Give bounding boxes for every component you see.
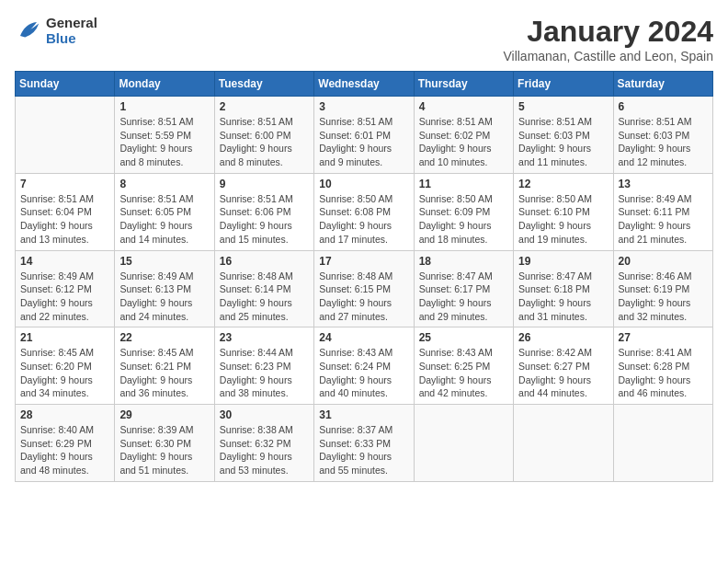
logo-icon [15, 17, 42, 44]
calendar-cell [514, 405, 613, 482]
header-wednesday: Wednesday [314, 72, 414, 97]
month-title: January 2024 [503, 15, 713, 49]
day-number: 22 [119, 331, 209, 344]
calendar-cell: 8Sunrise: 8:51 AM Sunset: 6:05 PM Daylig… [115, 173, 214, 250]
day-number: 27 [619, 331, 708, 344]
day-number: 2 [220, 100, 309, 113]
day-info: Sunrise: 8:47 AM Sunset: 6:17 PM Dayligh… [419, 270, 508, 324]
calendar-cell: 14Sunrise: 8:49 AM Sunset: 6:12 PM Dayli… [16, 250, 115, 327]
calendar-cell: 31Sunrise: 8:37 AM Sunset: 6:33 PM Dayli… [314, 405, 414, 482]
day-number: 14 [20, 255, 109, 268]
calendar-cell: 18Sunrise: 8:47 AM Sunset: 6:17 PM Dayli… [414, 250, 513, 327]
day-info: Sunrise: 8:51 AM Sunset: 6:05 PM Dayligh… [119, 192, 209, 247]
header-friday: Friday [514, 72, 613, 97]
day-number: 13 [619, 178, 708, 190]
calendar-cell: 28Sunrise: 8:40 AM Sunset: 6:29 PM Dayli… [16, 405, 115, 482]
day-info: Sunrise: 8:48 AM Sunset: 6:14 PM Dayligh… [220, 270, 309, 324]
day-number: 23 [220, 331, 309, 344]
calendar-cell: 1Sunrise: 8:51 AM Sunset: 5:59 PM Daylig… [115, 97, 214, 174]
day-info: Sunrise: 8:40 AM Sunset: 6:29 PM Dayligh… [20, 423, 109, 477]
day-info: Sunrise: 8:48 AM Sunset: 6:15 PM Dayligh… [319, 270, 408, 324]
day-info: Sunrise: 8:46 AM Sunset: 6:19 PM Dayligh… [619, 270, 708, 324]
day-info: Sunrise: 8:49 AM Sunset: 6:13 PM Dayligh… [119, 270, 209, 324]
calendar-cell: 15Sunrise: 8:49 AM Sunset: 6:13 PM Dayli… [115, 250, 214, 327]
calendar-cell: 5Sunrise: 8:51 AM Sunset: 6:03 PM Daylig… [514, 97, 613, 174]
day-number: 24 [319, 331, 408, 344]
calendar-cell: 9Sunrise: 8:51 AM Sunset: 6:06 PM Daylig… [214, 173, 313, 250]
day-number: 19 [518, 255, 608, 268]
day-number: 15 [119, 255, 209, 268]
logo: General Blue [15, 15, 97, 46]
calendar-cell: 16Sunrise: 8:48 AM Sunset: 6:14 PM Dayli… [214, 250, 313, 327]
day-info: Sunrise: 8:37 AM Sunset: 6:33 PM Dayligh… [319, 423, 408, 477]
day-number: 3 [319, 100, 408, 113]
calendar-cell: 22Sunrise: 8:45 AM Sunset: 6:21 PM Dayli… [115, 327, 214, 405]
day-number: 30 [220, 408, 309, 421]
day-number: 5 [518, 100, 608, 113]
day-info: Sunrise: 8:43 AM Sunset: 6:25 PM Dayligh… [419, 346, 508, 400]
day-number: 7 [20, 178, 109, 190]
calendar-cell: 3Sunrise: 8:51 AM Sunset: 6:01 PM Daylig… [314, 97, 414, 174]
day-number: 10 [319, 178, 408, 190]
header-saturday: Saturday [613, 72, 712, 97]
day-info: Sunrise: 8:51 AM Sunset: 6:04 PM Dayligh… [20, 192, 109, 247]
calendar-cell: 25Sunrise: 8:43 AM Sunset: 6:25 PM Dayli… [414, 327, 513, 405]
calendar-cell: 27Sunrise: 8:41 AM Sunset: 6:28 PM Dayli… [613, 327, 712, 405]
day-info: Sunrise: 8:51 AM Sunset: 6:03 PM Dayligh… [619, 115, 708, 169]
day-number: 16 [220, 255, 309, 268]
day-info: Sunrise: 8:50 AM Sunset: 6:10 PM Dayligh… [518, 192, 608, 247]
header-thursday: Thursday [414, 72, 513, 97]
calendar-cell: 20Sunrise: 8:46 AM Sunset: 6:19 PM Dayli… [613, 250, 712, 327]
day-number: 31 [319, 408, 408, 421]
calendar-header-row: SundayMondayTuesdayWednesdayThursdayFrid… [16, 72, 713, 97]
day-info: Sunrise: 8:45 AM Sunset: 6:21 PM Dayligh… [119, 346, 209, 400]
day-number: 4 [419, 100, 508, 113]
day-number: 26 [518, 331, 608, 344]
day-number: 6 [619, 100, 708, 113]
day-number: 20 [619, 255, 708, 268]
calendar-cell: 17Sunrise: 8:48 AM Sunset: 6:15 PM Dayli… [314, 250, 414, 327]
calendar-week-row: 1Sunrise: 8:51 AM Sunset: 5:59 PM Daylig… [16, 97, 713, 174]
day-info: Sunrise: 8:51 AM Sunset: 6:06 PM Dayligh… [220, 192, 309, 247]
calendar-cell: 26Sunrise: 8:42 AM Sunset: 6:27 PM Dayli… [514, 327, 613, 405]
logo-text: General Blue [46, 15, 97, 46]
calendar-cell: 7Sunrise: 8:51 AM Sunset: 6:04 PM Daylig… [16, 173, 115, 250]
day-info: Sunrise: 8:41 AM Sunset: 6:28 PM Dayligh… [619, 346, 708, 400]
calendar-week-row: 21Sunrise: 8:45 AM Sunset: 6:20 PM Dayli… [16, 327, 713, 405]
day-info: Sunrise: 8:43 AM Sunset: 6:24 PM Dayligh… [319, 346, 408, 400]
calendar-cell: 2Sunrise: 8:51 AM Sunset: 6:00 PM Daylig… [214, 97, 313, 174]
day-info: Sunrise: 8:51 AM Sunset: 6:02 PM Dayligh… [419, 115, 508, 169]
day-number: 21 [20, 331, 109, 344]
calendar-cell: 4Sunrise: 8:51 AM Sunset: 6:02 PM Daylig… [414, 97, 513, 174]
calendar-cell [613, 405, 712, 482]
calendar-cell: 21Sunrise: 8:45 AM Sunset: 6:20 PM Dayli… [16, 327, 115, 405]
calendar-week-row: 28Sunrise: 8:40 AM Sunset: 6:29 PM Dayli… [16, 405, 713, 482]
day-number: 25 [419, 331, 508, 344]
day-info: Sunrise: 8:51 AM Sunset: 6:01 PM Dayligh… [319, 115, 408, 169]
calendar-cell: 19Sunrise: 8:47 AM Sunset: 6:18 PM Dayli… [514, 250, 613, 327]
day-number: 18 [419, 255, 508, 268]
calendar-week-row: 7Sunrise: 8:51 AM Sunset: 6:04 PM Daylig… [16, 173, 713, 250]
header-monday: Monday [115, 72, 214, 97]
day-info: Sunrise: 8:51 AM Sunset: 5:59 PM Dayligh… [119, 115, 209, 169]
day-info: Sunrise: 8:44 AM Sunset: 6:23 PM Dayligh… [220, 346, 309, 400]
calendar-cell: 10Sunrise: 8:50 AM Sunset: 6:08 PM Dayli… [314, 173, 414, 250]
day-number: 11 [419, 178, 508, 190]
calendar-cell: 30Sunrise: 8:38 AM Sunset: 6:32 PM Dayli… [214, 405, 313, 482]
day-info: Sunrise: 8:50 AM Sunset: 6:08 PM Dayligh… [319, 192, 408, 247]
calendar-cell: 29Sunrise: 8:39 AM Sunset: 6:30 PM Dayli… [115, 405, 214, 482]
title-block: January 2024 Villamanan, Castille and Le… [503, 15, 713, 63]
day-number: 17 [319, 255, 408, 268]
calendar-cell: 23Sunrise: 8:44 AM Sunset: 6:23 PM Dayli… [214, 327, 313, 405]
calendar-cell: 13Sunrise: 8:49 AM Sunset: 6:11 PM Dayli… [613, 173, 712, 250]
header-tuesday: Tuesday [214, 72, 313, 97]
header-sunday: Sunday [16, 72, 115, 97]
calendar-cell: 6Sunrise: 8:51 AM Sunset: 6:03 PM Daylig… [613, 97, 712, 174]
calendar-week-row: 14Sunrise: 8:49 AM Sunset: 6:12 PM Dayli… [16, 250, 713, 327]
day-number: 28 [20, 408, 109, 421]
day-number: 1 [119, 100, 209, 113]
calendar-cell: 12Sunrise: 8:50 AM Sunset: 6:10 PM Dayli… [514, 173, 613, 250]
day-number: 9 [220, 178, 309, 190]
day-info: Sunrise: 8:49 AM Sunset: 6:12 PM Dayligh… [20, 270, 109, 324]
calendar-cell [16, 97, 115, 174]
